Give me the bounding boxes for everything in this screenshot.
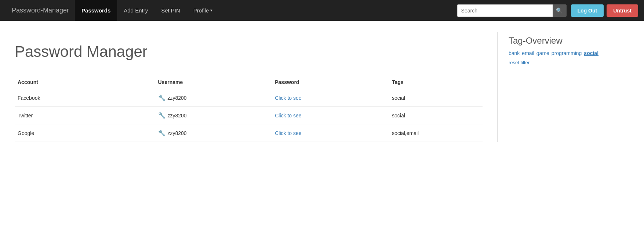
- col-header-password: Password: [272, 76, 389, 89]
- nav-set-pin[interactable]: Set PIN: [154, 0, 187, 21]
- cell-tags: social,email: [389, 124, 483, 142]
- password-reveal-link[interactable]: Click to see: [275, 130, 301, 136]
- cell-password: Click to see: [272, 124, 389, 142]
- search-icon: 🔍: [556, 7, 563, 14]
- page-title: Password Manager: [15, 43, 483, 61]
- tag-link-programming[interactable]: programming: [552, 50, 582, 56]
- main-content: Password Manager Account Username Passwo…: [0, 21, 644, 153]
- password-reveal-link[interactable]: Click to see: [275, 95, 301, 101]
- tag-list: bank email game programming social: [509, 50, 629, 56]
- nav-passwords[interactable]: Passwords: [75, 0, 117, 21]
- cell-tags: social: [389, 107, 483, 124]
- cell-username: 🔧 zzy8200: [155, 107, 272, 124]
- search-wrapper: 🔍: [457, 4, 567, 17]
- username-value: zzy8200: [168, 95, 187, 101]
- col-header-account: Account: [15, 76, 155, 89]
- table-row: Twitter 🔧 zzy8200 Click to see social: [15, 107, 483, 124]
- nav-add-entry[interactable]: Add Entry: [117, 0, 154, 21]
- col-header-username: Username: [155, 76, 272, 89]
- search-button[interactable]: 🔍: [553, 4, 567, 17]
- edit-icon[interactable]: 🔧: [158, 129, 165, 136]
- untrust-button[interactable]: Untrust: [607, 4, 638, 17]
- tag-link-bank[interactable]: bank: [509, 50, 520, 56]
- profile-caret-icon: ▾: [210, 8, 212, 13]
- cell-account: Facebook: [15, 89, 155, 107]
- cell-account: Google: [15, 124, 155, 142]
- tag-overview-title: Tag-Overview: [509, 36, 629, 46]
- edit-icon[interactable]: 🔧: [158, 94, 165, 101]
- password-table: Account Username Password Tags Facebook …: [15, 76, 483, 142]
- tag-link-social[interactable]: social: [584, 50, 598, 56]
- cell-username: 🔧 zzy8200: [155, 124, 272, 142]
- cell-password: Click to see: [272, 89, 389, 107]
- divider: [15, 68, 483, 68]
- table-row: Facebook 🔧 zzy8200 Click to see social: [15, 89, 483, 107]
- cell-username: 🔧 zzy8200: [155, 89, 272, 107]
- username-value: zzy8200: [168, 130, 187, 136]
- navbar: Password-Manager Passwords Add Entry Set…: [0, 0, 644, 21]
- username-value: zzy8200: [168, 113, 187, 118]
- tag-link-email[interactable]: email: [522, 50, 534, 56]
- nav-profile[interactable]: Profile ▾: [187, 0, 219, 21]
- right-panel: Tag-Overview bank email game programming…: [497, 32, 629, 142]
- reset-filter-link[interactable]: reset filter: [509, 60, 530, 65]
- table-header-row: Account Username Password Tags: [15, 76, 483, 89]
- password-reveal-link[interactable]: Click to see: [275, 113, 301, 118]
- edit-icon[interactable]: 🔧: [158, 112, 165, 119]
- app-brand: Password-Manager: [6, 7, 75, 14]
- col-header-tags: Tags: [389, 76, 483, 89]
- logout-button[interactable]: Log Out: [571, 4, 604, 17]
- cell-account: Twitter: [15, 107, 155, 124]
- table-row: Google 🔧 zzy8200 Click to see social,ema…: [15, 124, 483, 142]
- tag-link-game[interactable]: game: [536, 50, 549, 56]
- left-panel: Password Manager Account Username Passwo…: [15, 32, 483, 142]
- cell-password: Click to see: [272, 107, 389, 124]
- cell-tags: social: [389, 89, 483, 107]
- search-input[interactable]: [457, 4, 553, 17]
